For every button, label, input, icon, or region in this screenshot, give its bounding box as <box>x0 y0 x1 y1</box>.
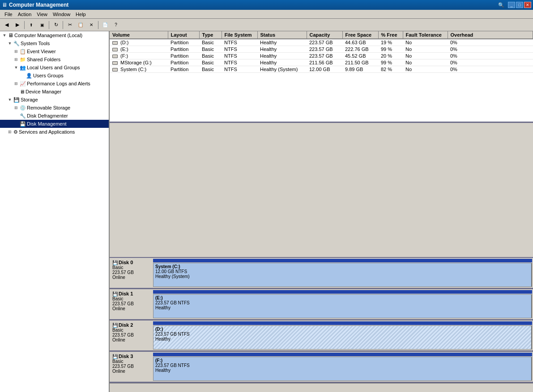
disk3-size: 223.57 GB <box>112 364 149 369</box>
properties-button[interactable]: 📄 <box>100 20 110 30</box>
sidebar-root[interactable]: ▼ 🖥 Computer Management (Local) <box>0 31 109 39</box>
disk2-partitions[interactable]: (D:) 223.57 GB NTFS Healthy <box>153 325 532 350</box>
expand-defrag <box>13 112 20 119</box>
col-type[interactable]: Type <box>199 31 222 39</box>
disk-area: 💾 Disk 0 Basic 223.57 GB Online System (… <box>110 257 533 383</box>
sidebar-item-disk-management[interactable]: 💾 Disk Management <box>0 120 109 128</box>
table-row[interactable]: (E:) Partition Basic NTFS Healthy 223.57… <box>110 46 533 53</box>
disk1-visual: (E:) 223.57 GB NTFS Healthy <box>152 289 533 319</box>
disk0-part-c-name: System (C:) <box>155 264 529 269</box>
menu-help[interactable]: Help <box>73 11 89 18</box>
sidebar-item-defrag[interactable]: 🔧 Disk Defragmenter <box>0 112 109 120</box>
col-fault[interactable]: Fault Tolerance <box>403 31 448 39</box>
table-row[interactable]: (F:) Partition Basic NTFS Healthy 223.57… <box>110 53 533 59</box>
maximize-button[interactable]: □ <box>516 2 523 8</box>
sidebar-label-local-users: Local Users and Groups <box>27 65 80 70</box>
copy-button[interactable]: 📋 <box>76 20 85 30</box>
expand-disk-mgmt <box>13 120 20 127</box>
disk0-part-c[interactable]: System (C:) 12.00 GB NTFS Healthy (Syste… <box>154 263 532 287</box>
menu-action[interactable]: Action <box>15 11 34 18</box>
sidebar-item-removable[interactable]: ⊞ 💿 Removable Storage <box>0 104 109 112</box>
disk3-partitions[interactable]: (F:) 223.57 GB NTFS Healthy <box>153 357 532 381</box>
disk3-drive-icon: 💾 <box>112 354 118 359</box>
expand-perf: ⊞ <box>13 80 20 87</box>
help-toolbar-button[interactable]: ? <box>111 20 121 30</box>
sidebar-item-storage[interactable]: ▼ 💾 Storage <box>0 96 109 104</box>
volume-table: Volume Layout Type File System Status Ca… <box>110 31 533 73</box>
sidebar-item-system-tools[interactable]: ▼ 🔧 System Tools <box>0 39 109 47</box>
col-filesystem[interactable]: File System <box>222 31 257 39</box>
title-controls: _ □ ✕ <box>508 2 531 8</box>
disk2-drive-icon: 💾 <box>112 323 118 328</box>
disk-mgmt-icon: 💾 <box>20 121 26 127</box>
disk3-bar <box>153 353 532 356</box>
forward-button[interactable]: ▶ <box>13 20 22 30</box>
col-status[interactable]: Status <box>257 31 307 39</box>
cut-button[interactable]: ✂ <box>65 20 75 30</box>
disk1-bar <box>153 290 532 294</box>
disk-row-1: 💾 Disk 1 Basic 223.57 GB Online (E:) 223… <box>110 289 533 320</box>
users-groups-icon: 👤 <box>26 73 32 79</box>
col-layout[interactable]: Layout <box>168 31 199 39</box>
delete-button[interactable]: ✕ <box>86 20 96 30</box>
sidebar-label-users-groups: Users Groups <box>33 73 64 78</box>
defrag-icon: 🔧 <box>20 113 26 119</box>
sidebar-item-users-groups[interactable]: 👤 Users Groups <box>0 72 109 80</box>
menu-bar: File Action View Window Help <box>0 10 533 19</box>
close-button[interactable]: ✕ <box>524 2 531 8</box>
minimize-button[interactable]: _ <box>508 2 515 8</box>
menu-file[interactable]: File <box>2 11 15 18</box>
sidebar-label-disk-mgmt: Disk Management <box>27 121 67 126</box>
back-button[interactable]: ◀ <box>2 20 12 30</box>
sidebar-label-services: Services and Applications <box>19 129 75 135</box>
sidebar-item-event-viewer[interactable]: ⊞ 📋 Event Viewer <box>0 47 109 55</box>
disk3-status: Online <box>112 369 149 374</box>
disk2-bar <box>153 321 532 325</box>
disk1-drive-icon: 💾 <box>112 291 118 296</box>
col-overhead[interactable]: Overhead <box>448 31 533 39</box>
event-viewer-icon: 📋 <box>20 49 26 55</box>
toolbar-sep-3 <box>63 21 63 29</box>
sidebar-item-perf-logs[interactable]: ⊞ 📈 Performance Logs and Alerts <box>0 80 109 88</box>
toolbar-sep-2 <box>49 21 49 29</box>
disk0-partitions[interactable]: System (C:) 12.00 GB NTFS Healthy (Syste… <box>153 263 532 287</box>
toolbar-sep-1 <box>24 21 25 29</box>
sidebar-item-device-manager[interactable]: 🖥 Device Manager <box>0 88 109 96</box>
disk2-part-d-name: (D:) <box>155 327 529 332</box>
sidebar-label-removable: Removable Storage <box>27 105 70 110</box>
table-row[interactable]: (D:) Partition Basic NTFS Healthy 223.57… <box>110 39 533 46</box>
menu-window[interactable]: Window <box>50 11 73 18</box>
up-button[interactable]: ⬆ <box>26 20 36 30</box>
storage-icon: 💾 <box>13 97 20 103</box>
col-freespace[interactable]: Free Space <box>342 31 378 39</box>
sidebar-item-shared-folders[interactable]: ⊞ 📁 Shared Folders <box>0 55 109 63</box>
col-volume[interactable]: Volume <box>110 31 168 39</box>
menu-view[interactable]: View <box>34 11 50 18</box>
main-layout: ▼ 🖥 Computer Management (Local) ▼ 🔧 Syst… <box>0 31 533 392</box>
disk0-drive-icon: 💾 <box>112 260 118 265</box>
disk0-part-c-size: 12.00 GB NTFS <box>155 269 529 274</box>
table-row[interactable]: MStorage (G:) Partition Basic NTFS Healt… <box>110 59 533 66</box>
disk-label-2: 💾 Disk 2 Basic 223.57 GB Online <box>110 320 152 350</box>
expand-services: ⊞ <box>6 128 13 135</box>
view-button[interactable]: ▣ <box>37 20 47 30</box>
content-area: Volume Layout Type File System Status Ca… <box>110 31 533 392</box>
col-capacity[interactable]: Capacity <box>307 31 342 39</box>
disk3-type: Basic <box>112 359 149 364</box>
disk1-size: 223.57 GB <box>112 301 149 306</box>
sidebar-item-services[interactable]: ⊞ ⚙ Services and Applications <box>0 128 109 136</box>
table-row[interactable]: System (C:) Partition Basic NTFS Healthy… <box>110 66 533 73</box>
disk0-part-c-status: Healthy (System) <box>155 274 529 279</box>
refresh-button[interactable]: ↻ <box>51 20 61 30</box>
sidebar-item-local-users[interactable]: ▼ 👥 Local Users and Groups <box>0 63 109 72</box>
expand-users-groups <box>19 72 26 79</box>
col-pctfree[interactable]: % Free <box>378 31 403 39</box>
disk1-part-e[interactable]: (E:) 223.57 GB NTFS Healthy <box>154 295 532 318</box>
disk1-part-e-status: Healthy <box>155 305 529 310</box>
title-bar: 🖥 Computer Management 🔍 _ □ ✕ <box>0 0 533 10</box>
disk1-partitions[interactable]: (E:) 223.57 GB NTFS Healthy <box>153 294 532 318</box>
computer-icon: 🖥 <box>8 32 13 38</box>
disk3-part-f[interactable]: (F:) 223.57 GB NTFS Healthy <box>154 357 532 380</box>
disk0-size: 223.57 GB <box>112 270 149 275</box>
disk2-part-d[interactable]: (D:) 223.57 GB NTFS Healthy <box>154 326 532 349</box>
